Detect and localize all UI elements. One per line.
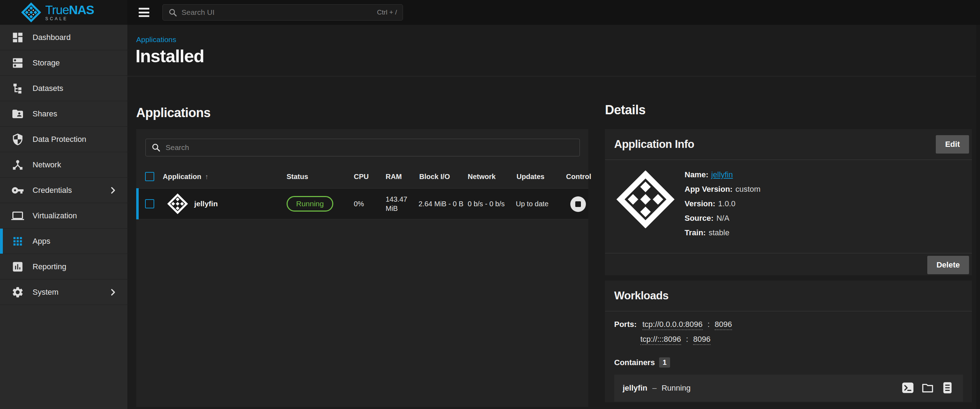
application-name: jellyfin [194,199,218,208]
sidebar: Dashboard Storage Datasets Shares Data P… [0,25,127,409]
field-app-version: App Version:custom [684,185,760,194]
applications-search-input[interactable] [165,143,574,152]
application-info-card: Application Info Edit Name:jellyfin App … [605,129,972,275]
shell-button[interactable] [901,381,915,395]
shares-icon [11,108,24,120]
sidebar-item-label: Data Protection [33,135,86,144]
cpu-cell: 0% [354,189,364,219]
dashboard-icon [11,31,24,44]
stop-icon [575,201,581,207]
bar-chart-icon [11,260,24,273]
view-logs-button[interactable] [940,381,955,395]
app-logo-icon [167,194,188,214]
sidebar-item-network[interactable]: Network [0,152,127,178]
sidebar-item-label: Storage [33,58,60,68]
sidebar-item-system[interactable]: System [0,280,127,305]
column-status: Status [286,173,308,181]
sidebar-item-dashboard[interactable]: Dashboard [0,25,127,50]
column-block-io: Block I/O [419,173,450,181]
storage-icon [11,57,24,69]
workloads-body: Ports: tcp://0.0.0.0:8096 : 8096 tcp://:… [605,311,972,401]
column-network: Network [468,173,496,181]
field-version: Version:1.0.0 [684,199,760,208]
ports-line-2: tcp://:::8096 : 8096 [640,335,963,344]
brand-name: TrueNAS [45,4,94,16]
sidebar-item-label: System [33,288,58,297]
search-shortcut-hint: Ctrl + / [377,8,397,16]
stop-app-button[interactable] [570,196,586,212]
application-row-jellyfin[interactable]: jellyfin Running 0% 143.47 MiB 2.64 MiB … [136,188,589,220]
sidebar-item-label: Credentials [33,186,72,195]
shield-icon [11,133,24,146]
ram-cell: 143.47 MiB [386,189,418,219]
sidebar-item-data-protection[interactable]: Data Protection [0,127,127,152]
application-info-header: Application Info Edit [605,129,972,160]
truenas-logo[interactable]: TrueNAS SCALE [0,0,127,25]
app-name-link[interactable]: jellyfin [711,170,733,179]
status-cell: Running [286,189,333,219]
applications-search[interactable] [145,139,580,156]
sidebar-item-label: Reporting [33,262,66,271]
chevron-right-icon [108,186,118,195]
sidebar-item-virtualization[interactable]: Virtualization [0,203,127,229]
field-train: Train:stable [684,229,760,237]
sidebar-item-credentials[interactable]: Credentials [0,178,127,203]
truenas-logo-icon [21,3,41,22]
sidebar-item-datasets[interactable]: Datasets [0,76,127,101]
network-icon [11,159,24,171]
brand-subtitle: SCALE [45,16,94,21]
sidebar-item-label: Apps [33,237,50,246]
block-io-cell: 2.64 MiB - 0 B [418,189,463,219]
menu-toggle-button[interactable] [139,8,150,17]
sidebar-item-label: Dashboard [33,33,71,42]
applications-section-title: Applications [136,105,210,120]
sidebar-item-shares[interactable]: Shares [0,101,127,127]
workloads-card: Workloads Ports: tcp://0.0.0.0:8096 : 80… [605,280,972,402]
delete-button[interactable]: Delete [927,256,969,274]
row-checkbox[interactable] [145,199,154,208]
status-badge: Running [286,196,333,212]
sidebar-item-apps[interactable]: Apps [0,229,127,254]
application-info-title: Application Info [614,138,694,151]
workloads-title: Workloads [614,290,668,302]
global-search[interactable]: Ctrl + / [162,4,403,21]
vertical-scrollbar[interactable] [976,25,980,409]
breadcrumb-applications[interactable]: Applications [136,35,176,44]
port-host: tcp://0.0.0.0:8096 [643,320,703,330]
gear-icon [11,286,24,299]
container-info: jellyfin – Running [623,384,690,393]
application-info-fields: Name:jellyfin App Version:custom Version… [684,170,760,243]
updates-cell: Up to date [516,189,548,219]
ports-line-1: Ports: tcp://0.0.0.0:8096 : 8096 [614,320,963,329]
topbar: TrueNAS SCALE Ctrl + / [0,0,980,25]
column-updates: Updates [517,173,544,181]
sidebar-item-label: Network [33,160,61,169]
port-host: tcp://:::8096 [640,335,681,345]
laptop-icon [11,210,24,222]
search-icon [151,143,161,152]
logs-icon [941,381,954,395]
global-search-input[interactable] [181,8,377,17]
field-name: Name:jellyfin [684,170,760,179]
column-application[interactable]: Application↑ [163,173,208,181]
column-cpu: CPU [354,173,369,181]
key-icon [11,184,24,197]
select-all-checkbox[interactable] [145,172,154,181]
sort-ascending-icon: ↑ [205,173,208,180]
sidebar-item-reporting[interactable]: Reporting [0,254,127,280]
browse-files-button[interactable] [921,381,935,395]
applications-table-header: Application↑ Status CPU RAM Block I/O Ne… [136,166,589,188]
column-ram: RAM [386,173,402,181]
port-number: 8096 [715,320,732,330]
datasets-icon [11,82,24,95]
folder-icon [921,381,934,395]
sidebar-item-label: Virtualization [33,211,77,220]
search-icon [169,8,177,17]
edit-button[interactable]: Edit [936,135,969,154]
sidebar-item-storage[interactable]: Storage [0,50,127,76]
workloads-header: Workloads [605,280,972,311]
containers-count-badge: 1 [659,357,670,368]
sidebar-item-label: Datasets [33,84,63,93]
truenas-app-window: TrueNAS SCALE Ctrl + / Dashboard Storage… [0,0,980,409]
containers-heading: Containers 1 [614,357,963,368]
